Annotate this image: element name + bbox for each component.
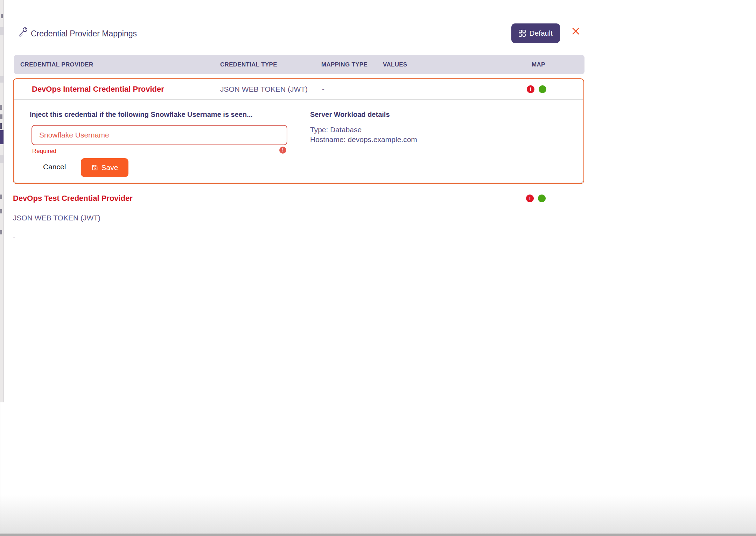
column-header-mapping-type: MAPPING TYPE [321, 55, 368, 74]
mapped-status-icon [539, 85, 546, 93]
cancel-button[interactable]: Cancel [40, 160, 69, 174]
inject-credential-label: Inject this credential if the following … [30, 111, 253, 119]
sliver-bar-fragment [0, 76, 4, 83]
bottom-scrollbar[interactable] [0, 534, 756, 536]
sliver-text-fragment [1, 14, 3, 18]
table-row[interactable]: DevOps Internal Credential Provider JSON… [14, 79, 583, 99]
sliver-text-fragment [0, 105, 2, 110]
save-disk-icon [91, 164, 98, 171]
sliver-text-fragment [0, 209, 2, 213]
column-header-credential-provider: CREDENTIAL PROVIDER [20, 55, 93, 74]
mapping-type: - [13, 228, 584, 247]
alert-status-icon [526, 195, 534, 202]
required-label: Required [32, 148, 56, 155]
mapping-type: - [322, 79, 324, 99]
sliver-bar-fragment [0, 27, 4, 35]
column-header-values: VALUES [383, 55, 407, 74]
background-page-sliver [0, 0, 4, 402]
sliver-selected-item-fragment [0, 130, 4, 144]
workload-type: Type: Database [310, 126, 362, 134]
bottom-gradient [0, 495, 756, 534]
default-button-label: Default [529, 29, 553, 37]
column-header-map: MAP [532, 55, 545, 74]
grid-icon [519, 30, 526, 37]
table-row-expanded: DevOps Internal Credential Provider JSON… [13, 78, 584, 184]
close-icon[interactable] [570, 26, 581, 36]
sliver-text-fragment [0, 195, 2, 199]
credential-type: JSON WEB TOKEN (JWT) [13, 208, 584, 228]
workload-hostname: Hostname: devops.example.com [310, 135, 417, 144]
table-row[interactable]: DevOps Test Credential Provider JSON WEB… [13, 189, 584, 208]
sliver-text-fragment [0, 114, 2, 119]
sliver-bar-fragment [0, 155, 4, 163]
save-button[interactable]: Save [81, 158, 128, 177]
mapped-status-icon [538, 195, 546, 202]
credential-type: JSON WEB TOKEN (JWT) [220, 79, 308, 99]
sliver-text-fragment [0, 123, 2, 129]
save-button-label: Save [102, 163, 118, 172]
required-alert-icon [279, 147, 286, 154]
column-header-credential-type: CREDENTIAL TYPE [220, 55, 277, 74]
provider-name[interactable]: DevOps Internal Credential Provider [32, 79, 164, 99]
provider-name[interactable]: DevOps Test Credential Provider [13, 189, 584, 208]
key-icon [18, 26, 29, 37]
mapping-edit-panel: Inject this credential if the following … [14, 99, 583, 183]
snowflake-username-input[interactable] [31, 125, 287, 145]
table-header: CREDENTIAL PROVIDER CREDENTIAL TYPE MAPP… [14, 55, 584, 74]
alert-status-icon [527, 85, 534, 93]
default-button[interactable]: Default [511, 23, 560, 43]
modal-title: Credential Provider Mappings [31, 29, 137, 38]
server-workload-details-title: Server Workload details [310, 111, 390, 119]
sliver-text-fragment [0, 230, 2, 234]
